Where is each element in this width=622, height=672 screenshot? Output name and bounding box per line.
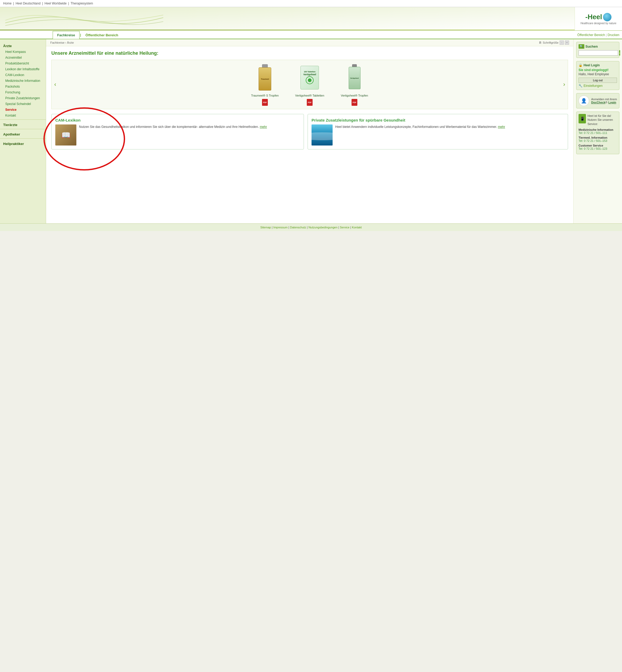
contact-box: 📱 Heel ist für Sie da! Nutzen Sie unsere… [576,112,619,154]
contact-phone-customer: Tel: 0 72 21 / 501–123 [579,147,617,150]
sidebar: Ärzte Heel Kompass Arzneimittel Produktü… [0,39,46,223]
nav-heel-worldwide[interactable]: Heel Worldwide [44,2,67,5]
info-boxes-row: CAM-Lexikon 📖 Nutzen Sie das Gesundheits… [51,114,568,149]
sidebar-item-private-zusatz[interactable]: Private Zusatzleistungen [0,95,46,101]
logo-text: -Heel [585,13,602,21]
sidebar-divider-3 [0,138,46,139]
link-drucken[interactable]: Drucken [608,33,619,37]
search-input[interactable] [579,50,618,55]
sidebar-item-spezial-schwindel[interactable]: Spezial Schwindel [0,101,46,107]
product-item-vertigoheel-drops: Vertigoheel Vertigoheel® Tropfen PDF [336,63,373,106]
right-sidebar: 🔍 Suchen › 🔒 Heel Login Sie sind eingelo… [573,39,622,223]
nav-therapiesystem[interactable]: Therapiesystem [71,2,93,5]
sidebar-group-tieraerzte: Tierärzte [0,121,46,128]
footer-datenschutz[interactable]: Datenschutz [290,226,306,229]
logged-in-status: Sie sind eingeloggt! [579,68,617,72]
sidebar-item-produktuebersicht[interactable]: Produktübersicht [0,61,46,66]
footer-sitemap[interactable]: Sitemap [261,226,271,229]
cam-lexikon-box: CAM-Lexikon 📖 Nutzen Sie das Gesundheits… [51,114,304,149]
nav-home[interactable]: Home [3,2,11,5]
logout-button[interactable]: Log out [579,78,617,83]
pdf-icon-traumeel[interactable]: PDF [262,99,268,106]
sidebar-divider-2 [0,129,46,129]
font-label: 🖹 [539,41,542,44]
cam-box-title: CAM-Lexikon [55,118,300,122]
product-image-vertigoheel-drops: Vertigoheel [345,63,364,92]
sidebar-item-lexikon-inhaltsstoffe[interactable]: Lexikon der Inhaltsstoffe [0,66,46,72]
product-item-vertigoheel-tab: 100 Tabletten Vertigoheel Vertigoheel® T… [291,63,328,106]
doccheck-login-link[interactable]: Login [608,101,616,104]
pdf-icon-vertigoheel-tab[interactable]: PDF [307,99,313,106]
products-row: Traumeel Traumeel® S Tropfen PDF 100 Tab… [60,63,560,106]
main-content: Unsere Arzneimittel für eine natürliche … [46,46,573,223]
zusatz-mehr-link[interactable]: mehr [498,125,505,129]
phone-icon: 📱 [579,114,586,123]
sidebar-item-heel-kompass[interactable]: Heel Kompass [0,49,46,55]
carousel-prev-button[interactable]: ‹ [53,80,57,89]
sidebar-item-forschung[interactable]: Forschung [0,89,46,95]
breadcrumb: Fachkreise › Ärzte [50,41,74,44]
site-logo: -Heel Healthcare designed by nature [575,7,622,30]
contact-phone-tiermed: Tel: 0 72 21 / 501–153 [579,139,617,142]
sidebar-group-aerzte: Ärzte [0,42,46,49]
product-image-vertigoheel-tab: 100 Tabletten Vertigoheel [300,63,320,92]
page-heading: Unsere Arzneimittel für eine natürliche … [51,50,568,56]
wave-image [312,124,333,146]
font-size-increase[interactable]: + [565,40,569,45]
product-name-vertigoheel-drops: Vertigoheel® Tropfen [341,94,368,97]
search-title: 🔍 Suchen [579,44,617,49]
tab-oeffentlich[interactable]: Öffentlicher Bereich [81,31,123,39]
sidebar-divider-1 [0,119,46,120]
sidebar-item-kontakt[interactable]: Kontakt [0,113,46,118]
hello-text: Hallo, Heel Employee [579,72,617,76]
logo-tagline: Healthcare designed by nature [580,22,616,25]
product-item-traumeel: Traumeel Traumeel® S Tropfen PDF [246,63,283,106]
footer-service[interactable]: Service [340,226,349,229]
book-icon: 📖 [55,124,76,146]
doccheck-text: Anmelden mit ihrem DocCheck® Login [591,98,617,104]
header-curves-svg [5,10,163,28]
font-size-label: Schriftgröße [543,41,558,44]
product-carousel: ‹ Traumeel Traumeel® S Tropfen PDF [51,60,568,109]
search-icon: 🔍 [579,44,584,49]
zusatz-box-text: Heel bietet Anwendern individuelle Leist… [335,124,505,146]
top-navigation: Home | Heel Deutschland | Heel Worldwide… [0,0,622,7]
carousel-next-button[interactable]: › [562,80,566,89]
breadcrumb-bar: Fachkreise › Ärzte 🖹 Schriftgröße - + [46,39,573,46]
settings-row[interactable]: 🔧 Einstellungen [579,84,617,88]
product-name-traumeel: Traumeel® S Tropfen [251,94,279,97]
product-name-vertigoheel-tab: Vertigoheel® Tabletten [295,94,324,97]
sidebar-item-cam-lexikon[interactable]: CAM-Lexikon [0,72,46,78]
wrench-icon: 🔧 [579,84,583,88]
search-submit-button[interactable]: › [619,50,620,55]
sidebar-item-arzneimittel[interactable]: Arzneimittel [0,55,46,61]
main-layout: Ärzte Heel Kompass Arzneimittel Produktü… [0,39,622,223]
sidebar-group-apotheker: Apotheker [0,130,46,137]
tab-bar: Fachkreise | Öffentlicher Bereich Öffent… [0,31,622,39]
contact-phone-medizin: Tel: 0 72 21 / 501–111 [579,131,617,135]
footer-kontakt[interactable]: Kontakt [352,226,361,229]
pdf-icon-vertigoheel-drops[interactable]: PDF [351,99,357,106]
doccheck-link[interactable]: DocCheck [591,101,606,104]
contact-label-customer: Customer Service [579,144,617,147]
footer-nutzungsbedingungen[interactable]: Nutzungsbedingungen [308,226,337,229]
zusatz-box-title: Private Zusatzleistungen für spürbare Ge… [312,118,564,122]
sidebar-item-medizinische-info[interactable]: Medizinische Information [0,78,46,84]
nav-heel-deutschland[interactable]: Heel Deutschland [15,2,40,5]
footer-impressum[interactable]: Impressum [273,226,287,229]
contact-label-tiermed: Tiermed. Information [579,136,617,139]
sidebar-item-service[interactable]: Service [0,107,46,113]
tab-fachkreise[interactable]: Fachkreise [53,31,79,39]
product-image-traumeel: Traumeel [256,63,274,92]
cam-circle-wrapper: CAM-Lexikon 📖 Nutzen Sie das Gesundheits… [51,114,304,149]
search-box: 🔍 Suchen › [576,42,619,58]
font-size-decrease[interactable]: - [560,40,564,45]
sidebar-item-packshots[interactable]: Packshots [0,84,46,89]
footer: Sitemap | Impressum | Datenschutz | Nutz… [0,223,622,231]
font-size-control: 🖹 Schriftgröße - + [539,40,569,45]
cam-mehr-link[interactable]: mehr [260,125,267,129]
sidebar-group-heilpraktiker: Heilpraktiker [0,140,46,147]
zusatz-box-image [312,124,333,146]
top-right-links: Öffentlicher Bereich | Drucken [575,31,622,39]
link-oeffentlich-bereich[interactable]: Öffentlicher Bereich [577,33,605,37]
